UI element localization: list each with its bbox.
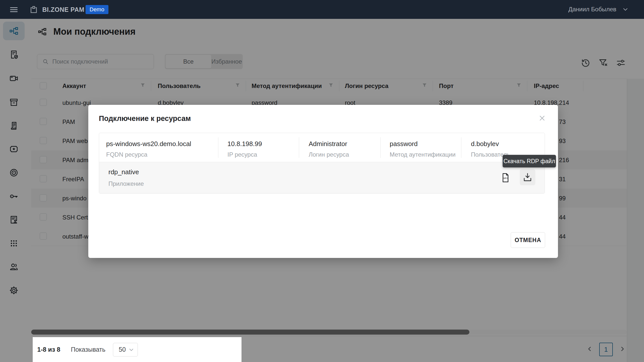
page-size-label: Показывать <box>71 346 105 353</box>
field-user: d.bobylev <box>471 140 499 148</box>
connection-info-card: ps-windows-ws20.demo.local FQDN ресурса … <box>99 133 545 194</box>
download-tooltip: Скачать RDP файл <box>503 155 556 167</box>
page-size-value: 50 <box>119 346 126 353</box>
user-menu[interactable]: Даниил Бобылев <box>568 6 628 13</box>
topbar: BI.ZONE PAM Demo Даниил Бобылев <box>0 0 644 19</box>
field-method: password <box>390 140 418 148</box>
chevron-down-icon <box>622 6 628 12</box>
field-login: Administrator <box>309 140 347 148</box>
field-fqdn: ps-windows-ws20.demo.local <box>106 140 191 148</box>
menu-icon[interactable] <box>10 6 18 13</box>
app-window: Мои подключения Все Избранное <box>0 0 644 362</box>
bizone-logo <box>30 6 38 13</box>
chevron-down-icon <box>129 347 134 352</box>
dialog-title: Подключение к ресурсам <box>99 114 191 123</box>
download-rdp-button[interactable] <box>520 169 535 185</box>
application-type: Приложение <box>108 180 144 187</box>
svg-text:MFA: MFA <box>503 177 508 179</box>
product-name: BI.ZONE PAM <box>42 6 85 13</box>
cancel-button[interactable]: ОТМЕНА <box>511 232 545 248</box>
close-icon[interactable] <box>538 114 546 122</box>
rdp-file-mfa-button[interactable]: MFA <box>498 170 513 186</box>
application-row: rdp_native Приложение MFA <box>99 162 545 194</box>
connect-dialog: Подключение к ресурсам ps-windows-ws20.d… <box>88 105 558 258</box>
application-name: rdp_native <box>108 168 139 176</box>
field-ip: 10.8.198.99 <box>227 140 262 148</box>
range-text: 1-8 из 8 <box>37 346 60 353</box>
page-size-select[interactable]: 50 <box>113 343 138 356</box>
pagination-summary: 1-8 из 8 Показывать 50 <box>33 337 242 362</box>
env-badge: Demo <box>86 5 108 14</box>
user-name: Даниил Бобылев <box>568 6 616 13</box>
